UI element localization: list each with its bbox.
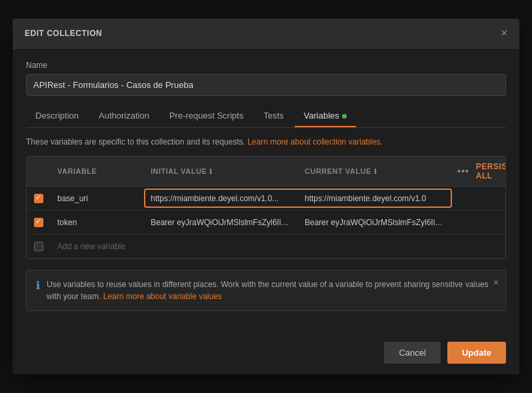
th-checkbox [27, 162, 51, 181]
row2-checkbox[interactable] [34, 218, 43, 227]
row1-current-value[interactable]: https://miambiente.deyel.com/v1.0 [298, 190, 452, 207]
th-variable: VARIABLE [51, 162, 144, 181]
row2-checkbox-cell [27, 218, 51, 227]
notice-close-button[interactable]: × [493, 277, 499, 288]
update-button[interactable]: Update [447, 342, 506, 364]
modal-body: Name Description Authorization Pre-reque… [13, 49, 519, 334]
persist-all-button[interactable]: Persist All [476, 162, 506, 181]
variables-dot [342, 114, 347, 119]
variables-info: These variables are specific to this col… [26, 137, 506, 147]
row2-actions [452, 218, 505, 226]
row2-current-value[interactable]: Bearer eyJraWQiOiJrMSlslmFsZyl6IlJTMjU2I… [298, 214, 452, 231]
tab-variables[interactable]: Variables [295, 105, 356, 127]
variables-table: VARIABLE INITIAL VALUE ℹ CURRENT VALUE ℹ… [26, 156, 506, 259]
row2-variable: token [51, 214, 144, 231]
table-row: token Bearer eyJraWQiOiJrMSlslmFsZyl6IlJ… [27, 210, 505, 234]
row3-current-value[interactable] [298, 242, 452, 250]
th-actions: ••• Persist All Reset All [452, 162, 505, 181]
row3-initial-value[interactable] [144, 242, 298, 250]
row1-variable: base_uri [51, 190, 144, 207]
cancel-button[interactable]: Cancel [384, 342, 440, 364]
row3-actions [452, 242, 505, 250]
row3-checkbox[interactable] [34, 242, 43, 251]
row1-checkbox-cell [27, 194, 51, 203]
th-current-value: CURRENT VALUE ℹ [298, 162, 452, 181]
row1-actions [452, 195, 505, 202]
modal-title: EDIT COLLECTION [25, 29, 102, 38]
modal-overlay: EDIT COLLECTION × Name Description Autho… [0, 0, 532, 393]
tab-authorization[interactable]: Authorization [89, 105, 159, 127]
modal-footer: Cancel Update [13, 334, 519, 374]
table-row: base_uri https://miambiente.deyel.com/v1… [27, 187, 505, 210]
th-initial-value: INITIAL VALUE ℹ [144, 162, 298, 181]
initial-value-info-icon[interactable]: ℹ [209, 168, 213, 175]
row1-checkbox[interactable] [34, 194, 43, 203]
learn-more-link[interactable]: Learn more about collection variables. [247, 137, 383, 147]
notice-info-icon: ℹ [36, 279, 40, 292]
row2-initial-value[interactable]: Bearer eyJraWQiOiJrMSlslmFsZyl6IlJTMjU2I… [144, 214, 298, 231]
tab-tests[interactable]: Tests [254, 105, 293, 127]
edit-collection-modal: EDIT COLLECTION × Name Description Autho… [13, 19, 519, 374]
row1-initial-value[interactable]: https://miambiente.deyel.com/v1.0... [144, 190, 298, 207]
name-input[interactable] [26, 74, 506, 96]
dots-menu-icon[interactable]: ••• [457, 166, 469, 177]
tabs-container: Description Authorization Pre-request Sc… [26, 105, 506, 128]
notice-text: Use variables to reuse values in differe… [47, 278, 496, 302]
row3-checkbox-cell [27, 242, 51, 251]
close-button[interactable]: × [501, 28, 507, 39]
tab-pre-request-scripts[interactable]: Pre-request Scripts [160, 105, 253, 127]
table-header-row: VARIABLE INITIAL VALUE ℹ CURRENT VALUE ℹ… [27, 157, 505, 187]
current-value-info-icon[interactable]: ℹ [374, 168, 377, 175]
row3-placeholder[interactable]: Add a new variable [51, 238, 144, 255]
notice-learn-more-link[interactable]: Learn more about variable values [103, 292, 222, 301]
tab-description[interactable]: Description [26, 105, 88, 127]
notice-box: ℹ Use variables to reuse values in diffe… [26, 270, 506, 311]
name-label: Name [26, 61, 506, 70]
table-row: Add a new variable [27, 234, 505, 258]
modal-header: EDIT COLLECTION × [13, 19, 519, 49]
